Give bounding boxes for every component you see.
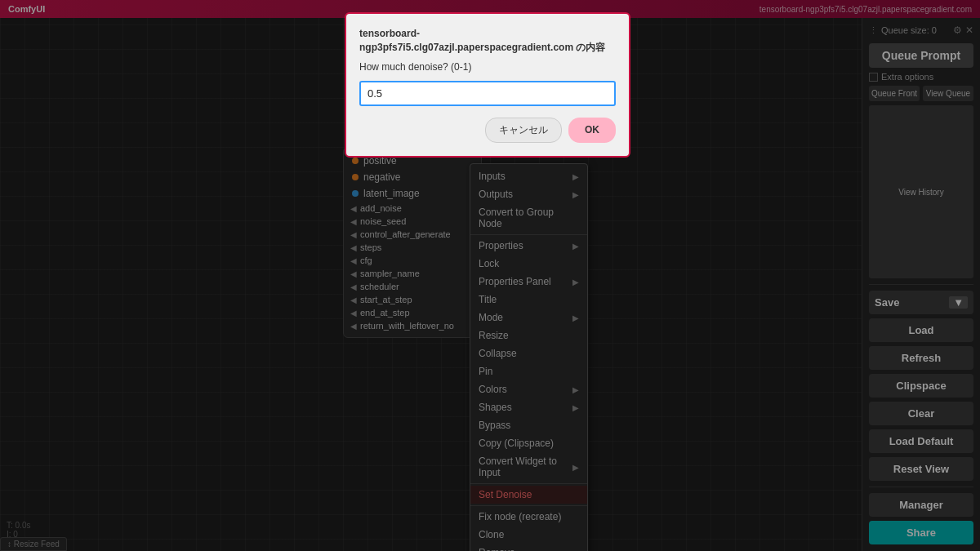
cancel-button[interactable]: キャンセル — [485, 118, 562, 143]
dialog-buttons: キャンセル OK — [359, 118, 616, 143]
ok-button[interactable]: OK — [568, 118, 616, 143]
dialog-box: tensorboard-ngp3pfs7i5.clg07azjl.papersp… — [345, 12, 630, 158]
dialog-title: tensorboard-ngp3pfs7i5.clg07azjl.papersp… — [359, 27, 616, 55]
denoise-input[interactable] — [359, 81, 616, 106]
dialog-question: How much denoise? (0-1) — [359, 61, 616, 73]
